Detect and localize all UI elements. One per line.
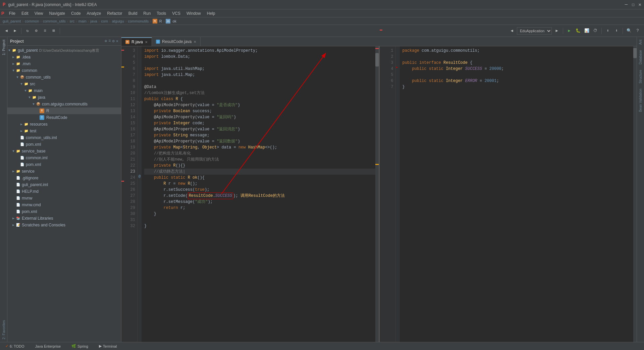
tree-item-help-md[interactable]: ▶ 📄 HELP.md xyxy=(7,188,121,195)
menu-edit[interactable]: Edit xyxy=(19,10,31,16)
tree-item-common-utils-iml[interactable]: ▶ 📄 common_utils.iml xyxy=(7,134,121,141)
tab-resultcode[interactable]: I ResultCode.java ✕ xyxy=(152,37,201,46)
toolbar-settings[interactable]: ⚙ xyxy=(33,27,40,35)
tree-item-mvnw-cmd[interactable]: ▶ 📄 mvnw.cmd xyxy=(7,202,121,208)
tree-item-mvn[interactable]: ▶ 📁 .mvn xyxy=(7,60,121,67)
toolbar-sep2 xyxy=(60,28,60,34)
tree-item-guli-parent[interactable]: ▼ 📁 guli_parent D:\UserData\Desktop\xiao… xyxy=(7,47,121,54)
toolbar-sync[interactable]: ↻ xyxy=(24,27,31,35)
menu-view[interactable]: View xyxy=(32,10,46,16)
bc-guli-parent[interactable]: guli_parent xyxy=(3,19,21,23)
tree-item-ext-libs[interactable]: ▶ 📚 External Libraries xyxy=(7,215,121,222)
tree-item-service[interactable]: ▶ 📁 service xyxy=(7,168,121,175)
toolbar-forward[interactable]: ▶ xyxy=(11,27,19,35)
bc-java[interactable]: java xyxy=(90,19,97,23)
maximize-button[interactable]: ☐ xyxy=(632,2,634,7)
tree-item-common-iml[interactable]: ▶ 📄 common.iml xyxy=(7,155,121,161)
tree-label-common-iml: common.iml xyxy=(26,156,48,160)
menu-help[interactable]: Help xyxy=(204,10,218,16)
tree-item-package[interactable]: ▼ 📦 com.atguigu.commonutils xyxy=(7,101,121,107)
menu-navigate[interactable]: Navigate xyxy=(47,10,68,16)
window-controls[interactable]: — ☐ ✕ xyxy=(625,2,641,7)
bottom-tab-spring[interactable]: 🌿 Spring xyxy=(69,342,91,350)
tree-item-R[interactable]: ▶ R R xyxy=(7,107,121,114)
tab-rjava-close[interactable]: ✕ xyxy=(145,40,148,44)
tree-item-src[interactable]: ▼ 📁 src xyxy=(7,81,121,87)
side-label-structure[interactable]: Structure xyxy=(638,67,643,86)
toolbar-vcs[interactable]: ⬆ xyxy=(604,27,611,35)
folder-icon-service-base: 📁 xyxy=(15,149,21,154)
tab-resultcode-close[interactable]: ✕ xyxy=(194,40,196,44)
tree-item-mvnw[interactable]: ▶ 📄 mvnw xyxy=(7,195,121,202)
tree-item-pom-common-utils[interactable]: ▶ 📄 pom.xml xyxy=(7,141,121,148)
side-label-favorites[interactable]: 2: Favorites xyxy=(1,317,6,342)
side-label-ant[interactable]: Ant xyxy=(638,37,643,47)
code-content-left[interactable]: import io.swagger.annotations.ApiModelPr… xyxy=(142,46,375,342)
close-button[interactable]: ✕ xyxy=(639,2,641,7)
toolbar-help[interactable]: ? xyxy=(634,27,641,35)
panel-sync-icon[interactable]: ⊕ xyxy=(105,39,107,44)
toolbar-back[interactable]: ◀ xyxy=(3,27,10,35)
panel-close-icon[interactable]: ✕ xyxy=(116,39,118,44)
bottom-tab-terminal[interactable]: ▶ Terminal xyxy=(96,342,120,350)
side-label-database[interactable]: Database xyxy=(638,47,643,67)
panel-gear-icon[interactable]: ⚙ xyxy=(112,39,115,44)
run-button[interactable]: ▶ xyxy=(566,27,573,35)
folder-icon-src: 📁 xyxy=(23,82,29,86)
scrollbar-right-editor[interactable] xyxy=(633,46,637,342)
scrollbar-left-editor[interactable] xyxy=(375,46,379,342)
toolbar-collapse[interactable]: ≡ xyxy=(41,27,49,35)
tree-item-java[interactable]: ▼ 📁 java xyxy=(7,94,121,101)
side-label-bean-validation[interactable]: Bean Validation xyxy=(638,86,643,115)
tree-item-gitignore[interactable]: ▶ 📄 .gitignore xyxy=(7,175,121,181)
bc-src[interactable]: src xyxy=(70,19,75,23)
tree-item-resultcode[interactable]: ▶ I ResultCode xyxy=(7,114,121,121)
coverage-button[interactable]: 📊 xyxy=(583,27,590,35)
toolbar-run-config-prev[interactable]: ◀ xyxy=(508,27,516,35)
tree-item-idea[interactable]: ▶ 📁 .idea xyxy=(7,54,121,60)
menu-refactor[interactable]: Refactor xyxy=(104,10,125,16)
bc-common-utils[interactable]: common_utils xyxy=(43,19,66,23)
tree-item-scratches[interactable]: ▶ 📝 Scratches and Consoles xyxy=(7,222,121,228)
code-line-24: public static R ok(){ xyxy=(144,175,375,181)
tree-item-pom-service-base[interactable]: ▶ 📄 pom.xml xyxy=(7,161,121,168)
bottom-tab-java-enterprise[interactable]: Java Enterprise xyxy=(33,342,63,350)
toolbar-search[interactable]: 🔍 xyxy=(625,27,633,35)
tree-item-guli-parent-iml[interactable]: ▶ 📄 guli_parent.iml xyxy=(7,181,121,188)
minimize-button[interactable]: — xyxy=(625,2,628,7)
code-content-right[interactable]: package com.atguigu.commonutils; public … xyxy=(400,46,634,342)
menu-code[interactable]: Code xyxy=(68,10,84,16)
tree-item-pom-root[interactable]: ▶ 📄 pom.xml xyxy=(7,208,121,215)
bc-main[interactable]: main xyxy=(78,19,87,23)
menu-build[interactable]: Build xyxy=(126,10,140,16)
menu-analyze[interactable]: Analyze xyxy=(84,10,104,16)
menu-run[interactable]: Run xyxy=(141,10,153,16)
bc-ok[interactable]: ok xyxy=(172,19,176,23)
panel-settings-icon[interactable]: ≡ xyxy=(108,39,111,44)
tree-item-test[interactable]: ▶ 📁 test xyxy=(7,128,121,134)
debug-button[interactable]: 🐛 xyxy=(574,27,582,35)
bc-atguigu[interactable]: atguigu xyxy=(112,19,124,23)
tab-rjava[interactable]: R R.java ✕ xyxy=(121,37,152,46)
menu-file[interactable]: File xyxy=(6,10,18,16)
tree-item-common-utils[interactable]: ▼ 📦 common_utils xyxy=(7,74,121,81)
menu-tools[interactable]: Tools xyxy=(154,10,169,16)
project-panel-header: Project ⊕ ≡ ⚙ ✕ xyxy=(7,37,121,46)
menu-window[interactable]: Window xyxy=(184,10,204,16)
tree-item-service-base[interactable]: ▼ 📁 service_base xyxy=(7,148,121,155)
toolbar-run-config-next[interactable]: ▶ xyxy=(553,27,560,35)
bc-R[interactable]: R xyxy=(159,19,162,23)
tree-item-common[interactable]: ▼ 📁 common xyxy=(7,67,121,74)
side-label-project[interactable]: 1: Project xyxy=(1,37,6,58)
toolbar-expand[interactable]: ⊞ xyxy=(50,27,57,35)
tree-item-main[interactable]: ▼ 📁 main xyxy=(7,87,121,94)
menu-vcs[interactable]: VCS xyxy=(169,10,183,16)
bottom-tab-todo[interactable]: ✓ 6: TODO xyxy=(3,342,27,350)
toolbar-update[interactable]: ⬇ xyxy=(613,27,620,35)
bc-com[interactable]: com xyxy=(101,19,108,23)
run-config-selector[interactable]: EduApplication xyxy=(517,27,552,35)
toolbar-profile[interactable]: ⏱ xyxy=(592,27,599,35)
bc-common[interactable]: common xyxy=(25,19,39,23)
tree-item-resources[interactable]: ▶ 📁 resources xyxy=(7,121,121,128)
bc-commonutils[interactable]: commonutils xyxy=(128,19,149,23)
